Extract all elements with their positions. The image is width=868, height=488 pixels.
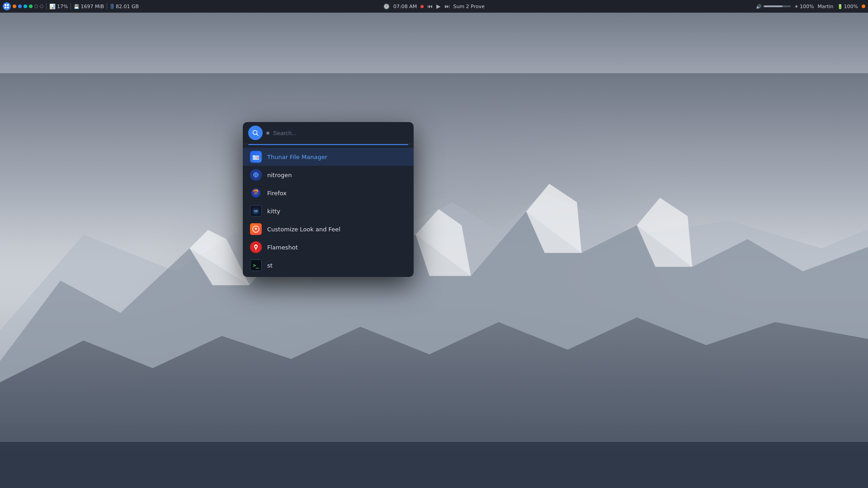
separator-2 [71,3,71,9]
media-prev-button[interactable]: ⏮ [427,3,433,9]
battery-value: 100% [844,4,858,9]
thunar-icon [250,151,262,163]
workspace-dot-6[interactable] [40,5,43,8]
st-icon: >_ [250,259,262,271]
app-name-st: st [267,262,273,269]
taskbar-left: 📊 17% 💾 1697 MiB 🗄 82.01 GB [3,2,754,10]
taskbar: 📊 17% 💾 1697 MiB 🗄 82.01 GB 🕐 07:08 AM ⏮… [0,0,868,13]
power-indicator[interactable] [862,5,865,8]
battery-stat: 🔋 100% [837,4,858,9]
cpu-chart-icon: 📊 [49,4,56,9]
mountain-background [0,73,868,488]
brightness-icon: ☀ [794,4,798,9]
app-item-thunar[interactable]: Thunar File Manager [243,148,414,166]
volume-control[interactable]: 🔊 [756,4,791,9]
volume-fill [764,5,783,7]
app-name-firefox: Firefox [267,190,287,197]
app-name-flameshot: Flameshot [267,244,298,251]
customize-icon [250,223,262,235]
nitrogen-icon [250,169,262,181]
workspace-dot-3[interactable] [24,5,27,8]
apps-menu-button[interactable] [3,2,11,10]
media-next-button[interactable]: ⏭ [444,3,450,9]
launcher-dot-indicator [266,131,269,135]
app-name-nitrogen: nitrogen [267,172,292,178]
workspace-dot-5[interactable] [34,5,38,8]
separator-1 [46,3,47,9]
disk-value: 82.01 GB [116,4,139,9]
song-title: Sum 2 Prove [453,4,485,9]
app-item-st[interactable]: >_ st [243,256,414,274]
svg-line-15 [257,134,259,136]
app-name-kitty: kitty [267,208,280,215]
app-name-customize: Customize Look and Feel [267,226,340,233]
launcher-app-list: Thunar File Manager nitrogen [243,145,414,277]
disk-icon: 🗄 [110,4,114,9]
kitty-icon [250,205,262,217]
app-name-thunar: Thunar File Manager [267,154,327,160]
app-item-flameshot[interactable]: Flameshot [243,238,414,256]
svg-point-25 [254,191,258,195]
media-center: 🕐 07:08 AM ⏮ ▶ ⏭ Sum 2 Prove [383,3,485,9]
svg-rect-13 [7,6,9,8]
taskbar-center: 🕐 07:08 AM ⏮ ▶ ⏭ Sum 2 Prove [383,3,485,9]
svg-rect-12 [5,6,6,8]
clock-icon: 🕐 [383,4,390,9]
brightness-stat: ☀ 100% [794,4,814,9]
username-label: Martin [817,4,833,9]
cpu-stat: 📊 17% [49,4,68,9]
workspace-dot-2[interactable] [18,5,22,8]
ram-value: 1697 MiB [80,4,104,9]
battery-icon: 🔋 [837,4,843,9]
launcher-search-row [243,122,414,144]
clock-time: 07:08 AM [393,4,417,9]
workspace-dot-1[interactable] [13,5,16,8]
cpu-value: 17% [57,4,68,9]
disk-stat: 🗄 82.01 GB [110,4,139,9]
firefox-icon [250,187,262,199]
separator-3 [107,3,107,9]
media-play-button[interactable]: ▶ [436,3,440,9]
volume-slider[interactable] [764,5,791,7]
recording-dot [420,5,424,8]
svg-rect-9 [0,442,868,488]
app-item-nitrogen[interactable]: nitrogen [243,166,414,184]
launcher-popup: Thunar File Manager nitrogen [243,122,414,277]
taskbar-right: 🔊 ☀ 100% Martin 🔋 100% [756,4,865,9]
ram-stat: 💾 1697 MiB [74,4,104,9]
svg-rect-10 [5,4,6,6]
svg-point-30 [255,211,256,212]
app-item-customize[interactable]: Customize Look and Feel [243,220,414,238]
workspace-dot-4[interactable] [29,5,33,8]
launcher-search-icon-button[interactable] [248,126,263,140]
brightness-value: 100% [800,4,814,9]
ram-icon: 💾 [74,4,79,9]
launcher-search-input[interactable] [273,130,408,136]
app-item-kitty[interactable]: kitty [243,202,414,220]
app-item-firefox[interactable]: Firefox [243,184,414,202]
svg-rect-11 [7,4,9,6]
svg-point-31 [256,211,258,212]
volume-icon: 🔊 [756,4,761,9]
svg-point-34 [255,246,257,248]
flameshot-icon [250,241,262,253]
